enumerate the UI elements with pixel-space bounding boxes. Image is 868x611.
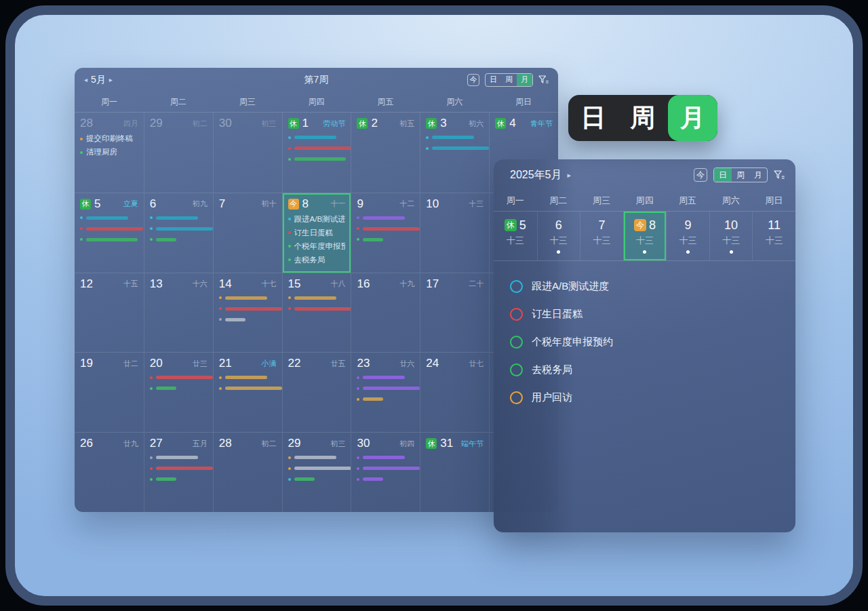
prev-month-button[interactable]: ◂ [84,77,87,83]
event-bar-item[interactable] [426,144,484,152]
task-item[interactable]: 个税年度申报预约 [510,328,779,356]
month-day-cell-6[interactable]: 6初九 [144,193,213,273]
week-day-cell-8[interactable]: 今8十三 [623,212,667,260]
event-bar-item[interactable] [288,454,346,461]
event-bar-item[interactable] [150,465,208,472]
month-day-cell-24[interactable]: 24廿七 [420,352,489,432]
event-bar-item[interactable] [357,214,414,222]
event-bar-item[interactable] [288,305,346,313]
event-item[interactable]: 提交印刷终稿 [80,134,138,144]
event-bar-item[interactable] [357,465,414,472]
event-bar-item[interactable] [357,374,414,381]
event-bar-item[interactable] [288,294,346,302]
view-toggle-option-日[interactable]: 日 [568,95,618,141]
event-item[interactable]: 清理厨房 [80,147,138,157]
view-toggle-option-周[interactable]: 周 [618,95,667,141]
task-checkbox-circle[interactable] [510,391,523,404]
month-day-cell-13[interactable]: 13十六 [144,273,213,353]
event-bar-item[interactable] [219,294,277,302]
view-toggle-option-月[interactable]: 月 [668,95,717,141]
task-checkbox-circle[interactable] [510,308,523,321]
month-day-cell-21[interactable]: 21小满 [213,352,282,432]
month-day-cell-28[interactable]: 28四月提交印刷终稿清理厨房 [75,113,144,193]
view-toggle-option-周[interactable]: 周 [732,168,749,182]
event-bar-item[interactable] [219,385,277,392]
week-day-cell-9[interactable]: 9十三 [666,212,709,260]
event-bar-item[interactable] [80,236,138,243]
today-button[interactable]: 今 [467,74,479,86]
event-bar-item[interactable] [288,465,346,472]
month-day-cell-2[interactable]: 休2初五 [351,113,420,193]
week-day-cell-11[interactable]: 11十三 [752,212,795,260]
view-toggle-option-月[interactable]: 月 [749,168,767,182]
month-day-cell-9[interactable]: 9十二 [351,193,420,273]
event-bar-item[interactable] [150,214,208,222]
event-bar-item[interactable] [219,305,277,313]
event-bar-item[interactable] [150,374,208,381]
month-day-cell-7[interactable]: 7初十 [213,193,282,273]
week-day-cell-7[interactable]: 7十三 [580,212,623,260]
month-day-cell-12[interactable]: 12十五 [75,273,144,353]
today-button[interactable]: 今 [694,168,707,182]
week-day-cell-6[interactable]: 6十三 [537,212,580,260]
event-bar-item[interactable] [150,385,208,392]
next-month-button[interactable]: ▸ [109,77,113,83]
filter-icon-button[interactable] [774,170,785,180]
month-day-cell-23[interactable]: 23廿六 [351,352,420,432]
month-day-cell-15[interactable]: 15十八 [282,273,351,353]
week-day-cell-5[interactable]: 休5十三 [494,212,537,260]
month-day-cell-10[interactable]: 10十三 [420,193,489,273]
month-day-cell-16[interactable]: 16十九 [351,273,420,353]
event-bar-item[interactable] [357,475,414,483]
month-day-cell-17[interactable]: 17二十 [420,273,489,353]
event-item[interactable]: 个税年度申报预约 [288,241,346,252]
month-day-cell-5[interactable]: 休5立夏 [75,193,144,273]
month-day-cell-30[interactable]: 30初三 [213,113,282,193]
month-day-cell-28[interactable]: 28初二 [213,432,282,512]
event-bar-item[interactable] [219,374,277,381]
view-toggle-option-日[interactable]: 日 [486,74,501,86]
task-checkbox-circle[interactable] [510,363,523,376]
month-day-cell-19[interactable]: 19廿二 [75,352,144,432]
task-checkbox-circle[interactable] [510,280,523,293]
event-bar-item[interactable] [426,134,484,141]
week-day-cell-10[interactable]: 10十三 [709,212,753,260]
event-bar-item[interactable] [288,134,346,141]
task-item[interactable]: 去税务局 [510,356,779,384]
view-toggle-option-月[interactable]: 月 [517,74,532,86]
event-bar-item[interactable] [80,225,138,233]
event-item[interactable]: 订生日蛋糕 [288,228,346,238]
event-item[interactable]: 去税务局 [288,255,346,265]
month-day-cell-3[interactable]: 休3初六 [420,113,489,193]
month-day-cell-14[interactable]: 14十七 [213,273,282,353]
event-bar-item[interactable] [288,475,346,483]
event-bar-item[interactable] [150,475,208,483]
task-item[interactable]: 订生日蛋糕 [510,300,779,328]
event-bar-item[interactable] [288,144,346,152]
month-day-cell-29[interactable]: 29初三 [282,432,351,512]
event-bar-item[interactable] [150,454,208,461]
month-day-cell-20[interactable]: 20廿三 [144,352,213,432]
month-day-cell-31[interactable]: 休31端午节 [420,432,489,512]
event-bar-item[interactable] [357,385,414,392]
event-item[interactable]: 跟进A/B测试进度 [288,214,346,224]
event-bar-item[interactable] [357,454,414,461]
event-bar-item[interactable] [357,236,414,243]
event-bar-item[interactable] [80,214,138,222]
month-day-cell-22[interactable]: 22廿五 [282,352,351,432]
month-day-cell-29[interactable]: 29初二 [144,113,213,193]
event-bar-item[interactable] [357,225,414,233]
task-item[interactable]: 用户回访 [510,384,779,412]
task-checkbox-circle[interactable] [510,336,523,349]
event-bar-item[interactable] [357,395,414,403]
task-item[interactable]: 跟进A/B测试进度 [510,273,779,300]
month-day-cell-26[interactable]: 26廿九 [75,432,144,512]
view-toggle-option-日[interactable]: 日 [714,168,732,182]
filter-icon-button[interactable] [538,75,549,85]
event-bar-item[interactable] [219,316,277,323]
event-bar-item[interactable] [288,155,346,163]
month-day-cell-30[interactable]: 30初四 [351,432,420,512]
month-day-cell-27[interactable]: 27五月 [144,432,213,512]
month-day-cell-8[interactable]: 今8十一跟进A/B测试进度订生日蛋糕个税年度申报预约去税务局 [282,193,351,273]
month-day-cell-1[interactable]: 休1劳动节 [282,113,351,193]
